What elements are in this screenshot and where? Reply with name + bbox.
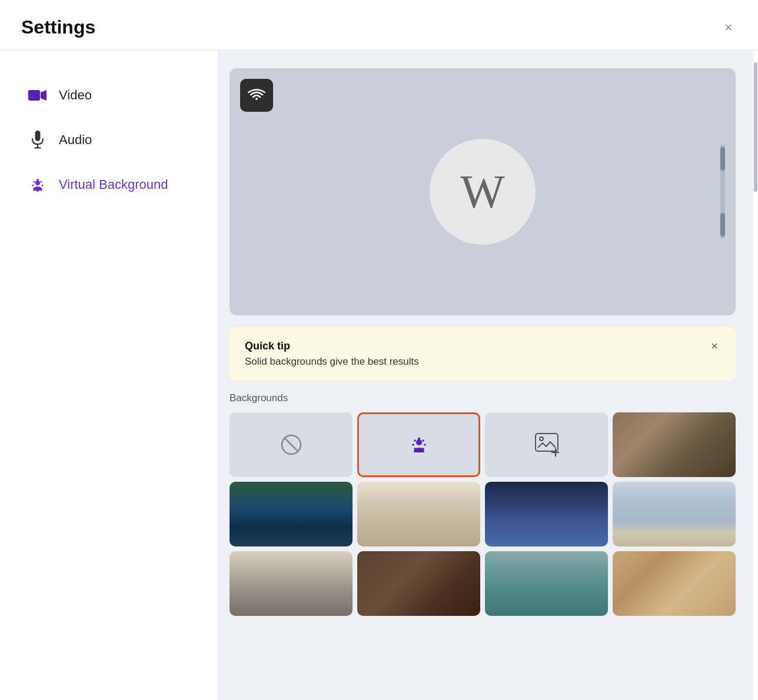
svg-point-13 (35, 181, 40, 185)
background-teal-image (485, 551, 608, 616)
preview-scrollbar-thumb (720, 147, 725, 171)
close-button[interactable]: × (720, 19, 737, 36)
main-content: W Quick tip Solid backgrounds give the b… (218, 51, 753, 700)
background-library[interactable] (357, 551, 480, 616)
background-kitchen-image (357, 482, 480, 546)
video-icon (27, 85, 48, 106)
background-teal[interactable] (485, 551, 608, 616)
background-none[interactable] (230, 412, 353, 477)
sidebar: Video Audio (0, 51, 218, 700)
body: Video Audio (0, 51, 758, 700)
background-sky-image (485, 482, 608, 546)
backgrounds-grid (230, 412, 736, 616)
vbg-icon (27, 174, 48, 195)
svg-point-17 (422, 439, 424, 442)
svg-point-22 (412, 444, 414, 446)
background-mountains[interactable] (230, 551, 353, 616)
background-cafe-image (613, 551, 736, 616)
preview-area: W (230, 68, 736, 315)
avatar: W (430, 139, 536, 245)
quick-tip-title: Quick tip (245, 340, 419, 352)
background-vbg[interactable] (357, 412, 480, 477)
sidebar-item-video-label: Video (59, 88, 92, 103)
background-room-image (613, 412, 736, 477)
background-add[interactable] (485, 412, 608, 477)
sidebar-item-vbg-label: Virtual Background (59, 177, 168, 192)
svg-point-6 (41, 181, 42, 183)
background-kitchen[interactable] (357, 482, 480, 546)
main-scrollbar[interactable] (753, 51, 758, 700)
svg-point-24 (416, 439, 422, 445)
sidebar-item-video[interactable]: Video (18, 74, 200, 116)
svg-point-23 (414, 439, 416, 442)
background-lake[interactable] (230, 482, 353, 546)
background-lake-image (230, 482, 353, 546)
main-scrollbar-thumb (754, 62, 757, 192)
quick-tip-box: Quick tip Solid backgrounds give the bes… (230, 327, 736, 381)
quick-tip-content: Quick tip Solid backgrounds give the bes… (245, 340, 419, 368)
page-title: Settings (21, 16, 95, 38)
sidebar-item-audio[interactable]: Audio (18, 119, 200, 161)
background-cafe[interactable] (613, 551, 736, 616)
svg-point-27 (540, 437, 543, 441)
background-mountains-image (230, 551, 353, 616)
quick-tip-close-button[interactable]: × (709, 340, 720, 352)
preview-scrollbar-thumb2 (720, 213, 725, 236)
background-balcony-image (613, 482, 736, 546)
vbg-cell-icon (406, 432, 432, 458)
sidebar-item-audio-label: Audio (59, 132, 92, 148)
background-room[interactable] (613, 412, 736, 477)
sidebar-item-virtual-background[interactable]: Virtual Background (18, 164, 200, 206)
svg-line-15 (284, 438, 298, 452)
avatar-letter: W (460, 165, 505, 219)
background-night-sky[interactable] (485, 482, 608, 546)
none-icon (280, 433, 303, 456)
svg-point-18 (424, 444, 426, 446)
quick-tip-body: Solid backgrounds give the best results (245, 356, 419, 368)
svg-marker-1 (41, 90, 46, 101)
wifi-badge (240, 79, 273, 112)
svg-rect-0 (28, 90, 40, 101)
background-library-image (357, 551, 480, 616)
svg-rect-25 (536, 434, 558, 451)
main-content-wrapper: W Quick tip Solid backgrounds give the b… (218, 51, 758, 700)
header: Settings × (0, 0, 758, 51)
audio-icon (27, 129, 48, 151)
background-balcony[interactable] (613, 482, 736, 546)
svg-point-7 (42, 185, 44, 186)
add-background-icon (534, 432, 559, 457)
settings-container: Settings × Video (0, 0, 758, 700)
svg-point-11 (32, 185, 34, 186)
backgrounds-label: Backgrounds (230, 392, 736, 404)
svg-rect-2 (35, 131, 41, 141)
preview-scrollbar (720, 145, 725, 239)
backgrounds-section: Backgrounds (230, 392, 736, 616)
svg-point-12 (34, 181, 35, 183)
